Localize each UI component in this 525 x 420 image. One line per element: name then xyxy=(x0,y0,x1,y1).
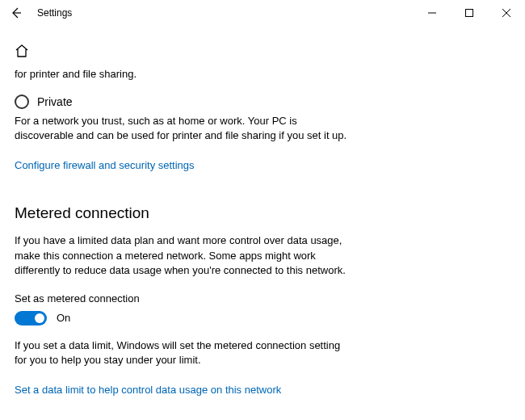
metered-below-description: If you set a data limit, Windows will se… xyxy=(15,338,354,368)
window-controls xyxy=(414,0,525,26)
close-icon xyxy=(502,9,510,17)
private-radio-label: Private xyxy=(37,95,73,108)
data-limit-link[interactable]: Set a data limit to help control data us… xyxy=(15,384,281,396)
radio-icon xyxy=(15,94,29,109)
metered-toggle-row: On xyxy=(15,311,510,326)
metered-toggle[interactable] xyxy=(15,311,47,326)
private-description: For a network you trust, such as at home… xyxy=(15,114,354,143)
back-arrow-icon xyxy=(10,6,23,19)
private-radio-row[interactable]: Private xyxy=(15,94,510,109)
maximize-button[interactable] xyxy=(451,0,488,26)
toggle-knob-icon xyxy=(35,313,44,323)
close-button[interactable] xyxy=(488,0,525,26)
home-icon xyxy=(15,44,29,58)
truncated-text: for printer and file sharing. xyxy=(15,68,510,80)
settings-content: for printer and file sharing. Private Fo… xyxy=(0,44,525,420)
metered-toggle-state: On xyxy=(57,312,70,324)
metered-description: If you have a limited data plan and want… xyxy=(15,233,354,278)
metered-toggle-label: Set as metered connection xyxy=(15,292,510,304)
home-button[interactable] xyxy=(15,44,29,58)
back-button[interactable] xyxy=(6,3,26,23)
maximize-icon xyxy=(465,9,473,17)
window-title: Settings xyxy=(37,7,72,19)
home-row xyxy=(15,44,510,61)
minimize-button[interactable] xyxy=(414,0,451,26)
minimize-icon xyxy=(428,9,436,17)
firewall-settings-link[interactable]: Configure firewall and security settings xyxy=(15,159,195,171)
titlebar-left: Settings xyxy=(6,3,72,23)
window-titlebar: Settings xyxy=(0,0,525,26)
metered-connection-heading: Metered connection xyxy=(15,204,510,222)
svg-rect-0 xyxy=(466,10,473,17)
